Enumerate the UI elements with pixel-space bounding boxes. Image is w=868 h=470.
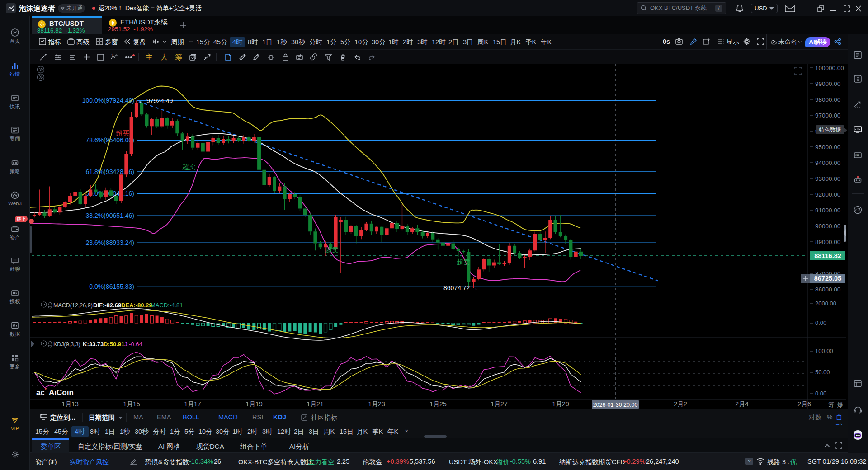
svg-text:1月23: 1月23 [368, 400, 385, 408]
svg-text:89000.00: 89000.00 [815, 239, 840, 245]
svg-text:ac: ac [36, 388, 45, 397]
svg-text:100.0%(97924.49): 100.0%(97924.49) [82, 97, 134, 104]
svg-text:0.00: 0.00 [815, 390, 826, 397]
svg-text:DEA:-80.29: DEA:-80.29 [121, 302, 152, 309]
svg-text:88116.82: 88116.82 [814, 252, 841, 259]
svg-text:93000.00: 93000.00 [815, 175, 840, 182]
svg-text:100000.00: 100000.00 [815, 65, 844, 71]
svg-text:1月29: 1月29 [552, 400, 569, 408]
svg-text:86725.05: 86725.05 [814, 275, 841, 282]
svg-text:超买: 超买 [116, 129, 129, 137]
svg-text:23.6%(88933.24): 23.6%(88933.24) [86, 239, 134, 246]
svg-text:90000.00: 90000.00 [815, 223, 840, 230]
svg-text:38.2%(90651.46): 38.2%(90651.46) [86, 212, 134, 219]
svg-text:超卖: 超卖 [182, 163, 196, 170]
svg-text:K:33.73: K:33.73 [83, 341, 104, 348]
svg-text:86000.00: 86000.00 [815, 286, 840, 293]
svg-text:爆: 爆 [837, 401, 843, 408]
svg-text:2月2: 2月2 [674, 400, 687, 408]
svg-text:50.00: 50.00 [815, 369, 830, 376]
svg-text:98000.00: 98000.00 [815, 96, 840, 103]
svg-text:2000.00: 2000.00 [815, 300, 836, 307]
svg-text:1月15: 1月15 [123, 400, 140, 408]
svg-text:ETF: ETF [856, 154, 860, 156]
svg-text:86074.72 →: 86074.72 → [443, 284, 478, 291]
svg-text:92000.00: 92000.00 [815, 191, 840, 198]
svg-text:100.00: 100.00 [815, 348, 833, 354]
svg-text:1月27: 1月27 [491, 400, 508, 408]
svg-text:AiCoin: AiCoin [49, 388, 74, 397]
svg-text:97000.00: 97000.00 [815, 112, 840, 119]
svg-text:1月25: 1月25 [429, 400, 447, 408]
svg-text:MACD:-4.81: MACD:-4.81 [151, 302, 183, 309]
svg-text:94000.00: 94000.00 [815, 160, 840, 166]
svg-text:J:-0.64: J:-0.64 [124, 341, 142, 348]
svg-text:KDJ(9,3,3): KDJ(9,3,3) [53, 341, 80, 348]
svg-text:← 97924.49: ← 97924.49 [138, 97, 173, 104]
svg-text:2月6: 2月6 [797, 400, 811, 408]
svg-text:1月21: 1月21 [307, 400, 324, 408]
svg-text:2月4: 2月4 [735, 400, 749, 408]
svg-text:MACD(12,26,9): MACD(12,26,9) [53, 302, 93, 309]
svg-text:1月13: 1月13 [61, 400, 79, 408]
svg-text:D:50.91: D:50.91 [104, 341, 124, 348]
svg-text:超卖: 超卖 [457, 258, 470, 266]
svg-text:DIF:-82.69: DIF:-82.69 [93, 302, 121, 309]
svg-text:0.0%(86155.83): 0.0%(86155.83) [89, 283, 134, 290]
svg-text:2026-01-30 20:00: 2026-01-30 20:00 [593, 402, 638, 408]
svg-text:筹: 筹 [828, 401, 834, 408]
svg-text:99000.00: 99000.00 [815, 80, 840, 87]
svg-text:0.00: 0.00 [815, 320, 826, 326]
svg-text:超卖: 超卖 [325, 246, 339, 254]
svg-text:91000.00: 91000.00 [815, 207, 840, 214]
svg-text:1月19: 1月19 [245, 400, 263, 408]
svg-text:1月17: 1月17 [184, 400, 201, 408]
svg-text:95000.00: 95000.00 [815, 144, 840, 150]
